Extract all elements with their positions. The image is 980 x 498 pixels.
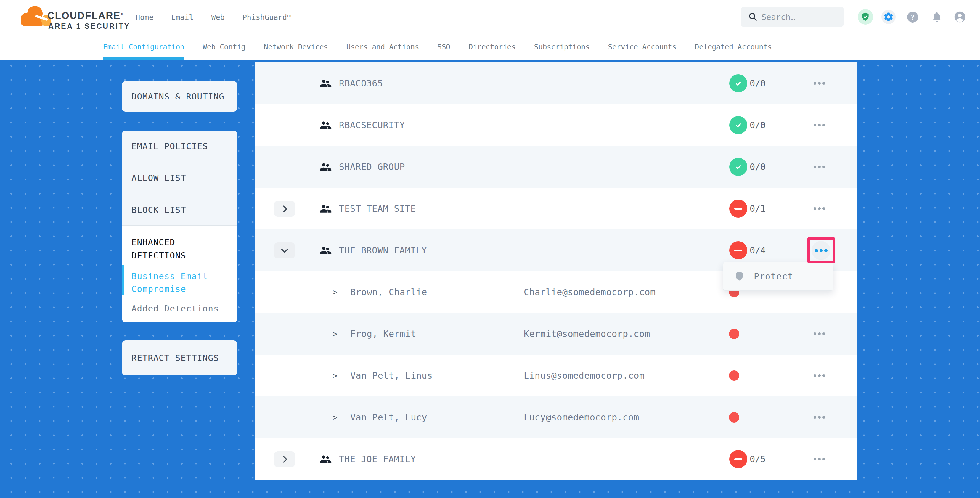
member-name[interactable]: Van Pelt, Lucy: [350, 396, 427, 438]
row-menu-button[interactable]: [814, 104, 825, 146]
group-name[interactable]: THE BROWN FAMILY: [339, 229, 427, 271]
row-menu-button[interactable]: [814, 355, 825, 396]
tab-sso[interactable]: SSO: [437, 34, 450, 59]
ellipsis-icon: [814, 333, 816, 335]
ellipsis-icon: [818, 458, 821, 460]
ellipsis-icon: [822, 82, 825, 85]
tab-web-config[interactable]: Web Config: [203, 34, 246, 59]
nav-item-email[interactable]: Email: [171, 13, 193, 22]
expand-button[interactable]: [274, 451, 295, 467]
shield-check-icon: [861, 12, 870, 22]
sidebar-item-business-email-compromise[interactable]: Business Email Compromise: [132, 270, 225, 296]
row-menu-button-active[interactable]: [811, 241, 830, 260]
row-menu-button[interactable]: [814, 396, 825, 438]
sidebar-item-enhanced-detections[interactable]: ENHANCED DETECTIONS: [132, 235, 225, 263]
protected-count: 0/5: [750, 438, 766, 480]
table-row: > Van Pelt, Linus Linus@somedemocorp.com: [255, 355, 856, 396]
member-email: Lucy@somedemocorp.com: [524, 396, 639, 438]
row-menu-button[interactable]: [814, 62, 825, 104]
member-chevron-icon[interactable]: >: [333, 355, 337, 396]
tab-users-and-actions[interactable]: Users and Actions: [347, 34, 419, 59]
ellipsis-icon: [822, 374, 825, 377]
ellipsis-icon: [819, 249, 823, 252]
tab-delegated-accounts[interactable]: Delegated Accounts: [695, 34, 772, 59]
ellipsis-icon: [824, 249, 827, 252]
sidebar-label: EMAIL POLICIES: [132, 141, 208, 151]
protection-status-button[interactable]: [858, 9, 873, 25]
bell-icon: [931, 11, 943, 23]
sidebar-label: DOMAINS & ROUTING: [132, 91, 224, 102]
member-chevron-icon[interactable]: >: [333, 313, 337, 355]
ellipsis-icon: [818, 165, 821, 168]
member-email: Linus@somedemocorp.com: [524, 355, 644, 396]
ellipsis-icon: [818, 82, 821, 85]
group-name[interactable]: SHARED_GROUP: [339, 146, 405, 188]
protected-count: 0/1: [750, 188, 766, 229]
table-row: THE JOE FAMILY 0/5: [255, 438, 856, 480]
table-row: RBACO365 0/0: [255, 62, 856, 104]
ellipsis-icon: [814, 416, 816, 418]
member-name[interactable]: Brown, Charlie: [350, 271, 427, 313]
ellipsis-icon: [822, 165, 825, 168]
chevron-down-icon: [281, 246, 288, 253]
row-menu-button[interactable]: [814, 188, 825, 229]
protected-count: 0/0: [750, 146, 766, 188]
chevron-right-icon: [280, 456, 287, 463]
sidebar-item-block-list[interactable]: BLOCK LIST: [122, 194, 237, 226]
expand-button[interactable]: [274, 201, 295, 217]
search-box[interactable]: [741, 7, 844, 27]
tab-directories[interactable]: Directories: [469, 34, 516, 59]
notifications-button[interactable]: [931, 11, 943, 25]
search-icon: [748, 12, 758, 22]
nav-item-phishguard[interactable]: PhishGuard™: [242, 13, 292, 22]
ellipsis-icon: [815, 249, 818, 252]
sidebar-item-email-policies[interactable]: EMAIL POLICIES: [122, 130, 237, 162]
ellipsis-icon: [814, 82, 816, 85]
nav-item-web[interactable]: Web: [211, 13, 224, 22]
sidebar-item-domains-routing[interactable]: DOMAINS & ROUTING: [122, 81, 237, 111]
member-name[interactable]: Van Pelt, Linus: [350, 355, 433, 396]
collapse-button[interactable]: [274, 242, 295, 258]
group-icon: [319, 202, 332, 215]
group-name[interactable]: TEST TEAM SITE: [339, 188, 416, 229]
profile-icon: [953, 10, 966, 23]
sidebar-item-retract-settings[interactable]: RETRACT SETTINGS: [122, 340, 237, 375]
minus-icon: [734, 458, 742, 460]
ellipsis-icon: [818, 124, 821, 126]
tab-email-configuration[interactable]: Email Configuration: [103, 34, 185, 59]
row-menu-button[interactable]: [814, 146, 825, 188]
member-chevron-icon[interactable]: >: [333, 396, 337, 438]
account-button[interactable]: [953, 10, 966, 25]
nav-item-home[interactable]: Home: [135, 13, 153, 22]
menu-item-protect[interactable]: Protect: [754, 271, 793, 282]
ellipsis-icon: [814, 124, 816, 126]
row-menu-button[interactable]: [814, 438, 825, 480]
member-chevron-icon[interactable]: >: [333, 271, 337, 313]
ellipsis-icon: [822, 333, 825, 335]
shield-icon: [733, 270, 745, 282]
member-name[interactable]: Frog, Kermit: [350, 313, 416, 355]
ellipsis-icon: [818, 207, 821, 210]
sidebar-item-allow-list[interactable]: ALLOW LIST: [122, 162, 237, 194]
help-button[interactable]: ?: [907, 11, 918, 22]
ellipsis-icon: [814, 165, 816, 168]
table-row: TEST TEAM SITE 0/1: [255, 188, 856, 229]
check-icon: [734, 79, 743, 88]
check-icon: [734, 162, 743, 172]
group-name[interactable]: RBACO365: [339, 62, 383, 104]
status-dot-unprotected: [729, 371, 739, 381]
tab-subscriptions[interactable]: Subscriptions: [534, 34, 590, 59]
group-name[interactable]: RBACSECURITY: [339, 104, 405, 146]
sidebar-item-added-detections[interactable]: Added Detections: [132, 302, 225, 315]
table-row: > Van Pelt, Lucy Lucy@somedemocorp.com: [255, 396, 856, 438]
ellipsis-icon: [814, 458, 816, 460]
sidebar-label: RETRACT SETTINGS: [132, 353, 219, 363]
row-menu-button[interactable]: [814, 313, 825, 355]
search-input[interactable]: [762, 7, 842, 27]
tab-network-devices[interactable]: Network Devices: [264, 34, 328, 59]
settings-button[interactable]: [881, 10, 896, 24]
group-icon: [319, 453, 332, 466]
ellipsis-icon: [822, 124, 825, 126]
group-name[interactable]: THE JOE FAMILY: [339, 438, 416, 480]
tab-service-accounts[interactable]: Service Accounts: [608, 34, 676, 59]
